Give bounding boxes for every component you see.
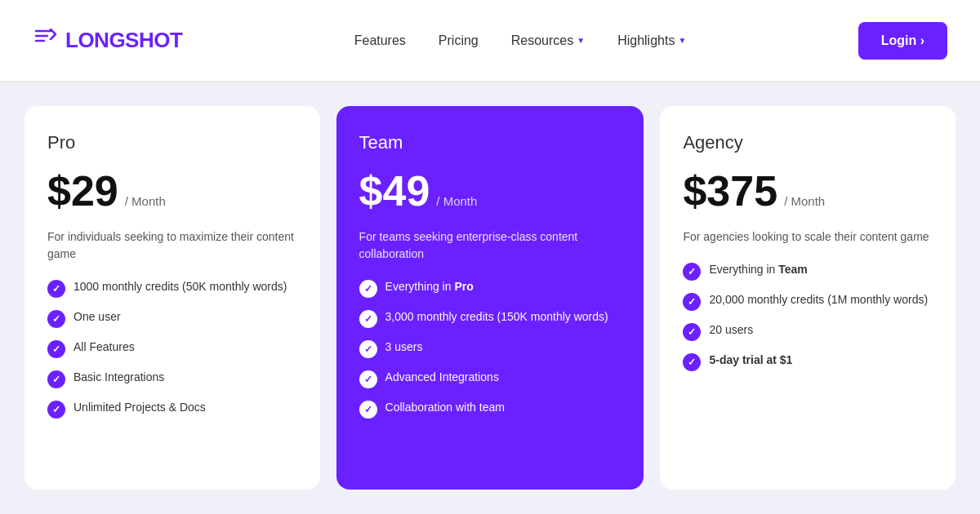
- agency-feature-text-1: Everything in Team: [709, 262, 807, 278]
- agency-features-list: Everything in Team 20,000 monthly credit…: [683, 262, 933, 371]
- highlights-dropdown-arrow: ▼: [678, 36, 686, 45]
- check-icon: [683, 293, 701, 311]
- team-price-amount: $49: [359, 166, 430, 215]
- check-icon: [359, 310, 377, 328]
- pro-feature-2: One user: [47, 309, 297, 328]
- pro-feature-text-1: 1000 monthly credits (50K monthly words): [74, 279, 287, 295]
- check-icon: [683, 323, 701, 341]
- team-feature-text-1: Everything in Pro: [385, 279, 474, 295]
- main-nav: Features Pricing Resources ▼ Highlights …: [354, 33, 687, 48]
- team-feature-5: Collaboration with team: [359, 400, 621, 419]
- check-icon: [359, 280, 377, 298]
- team-feature-text-3: 3 users: [385, 339, 423, 356]
- check-icon: [47, 340, 65, 358]
- check-icon: [47, 280, 65, 298]
- team-feature-2: 3,000 monthly credits (150K monthly word…: [359, 309, 621, 328]
- agency-card-name: Agency: [683, 132, 933, 153]
- team-card-name: Team: [359, 132, 621, 153]
- agency-price-amount: $375: [683, 166, 777, 215]
- check-icon: [359, 340, 377, 358]
- header: LONGSHOT Features Pricing Resources ▼ Hi…: [0, 0, 980, 82]
- check-icon: [47, 370, 65, 388]
- pro-price-amount: $29: [47, 166, 118, 215]
- agency-feature-1: Everything in Team: [683, 262, 933, 281]
- nav-pricing[interactable]: Pricing: [439, 33, 479, 48]
- team-price-row: $49 / Month: [359, 166, 621, 215]
- team-features-list: Everything in Pro 3,000 monthly credits …: [359, 279, 621, 419]
- header-right: Login ›: [858, 22, 947, 60]
- agency-feature-text-4: 5-day trial at $1: [709, 352, 792, 369]
- pricing-section: Pro $29 / Month For individuals seeking …: [0, 82, 980, 514]
- pro-card-name: Pro: [47, 132, 297, 153]
- check-icon: [359, 370, 377, 388]
- pro-feature-4: Basic Integrations: [47, 370, 297, 388]
- check-icon: [47, 310, 65, 328]
- pro-card: Pro $29 / Month For individuals seeking …: [24, 106, 320, 490]
- logo-icon: [33, 24, 59, 56]
- agency-feature-text-3: 20 users: [709, 322, 753, 339]
- pro-price-period: / Month: [125, 194, 166, 208]
- check-icon: [47, 401, 65, 419]
- login-button[interactable]: Login ›: [858, 22, 947, 60]
- pro-feature-3: All Features: [47, 339, 297, 358]
- pro-features-list: 1000 monthly credits (50K monthly words)…: [47, 279, 297, 419]
- check-icon: [683, 353, 701, 371]
- team-price-period: / Month: [436, 194, 477, 208]
- team-feature-1: Everything in Pro: [359, 279, 621, 298]
- pro-feature-text-5: Unlimited Projects & Docs: [74, 400, 206, 416]
- nav-resources[interactable]: Resources ▼: [511, 33, 585, 48]
- agency-feature-text-2: 20,000 monthly credits (1M monthly words…: [709, 292, 928, 308]
- agency-card: Agency $375 / Month For agencies looking…: [660, 106, 956, 490]
- nav-highlights[interactable]: Highlights ▼: [617, 33, 686, 48]
- pro-price-row: $29 / Month: [47, 166, 297, 215]
- logo-text: LONGSHOT: [65, 28, 182, 53]
- team-feature-3: 3 users: [359, 339, 621, 358]
- agency-feature-3: 20 users: [683, 322, 933, 341]
- pro-feature-5: Unlimited Projects & Docs: [47, 400, 297, 419]
- agency-price-row: $375 / Month: [683, 166, 933, 215]
- team-feature-text-5: Collaboration with team: [385, 400, 505, 416]
- team-feature-text-2: 3,000 monthly credits (150K monthly word…: [385, 309, 608, 326]
- pro-feature-1: 1000 monthly credits (50K monthly words): [47, 279, 297, 298]
- team-description: For teams seeking enterprise-class conte…: [359, 228, 621, 263]
- team-card: Team $49 / Month For teams seeking enter…: [336, 106, 644, 490]
- team-feature-4: Advanced Integrations: [359, 370, 621, 388]
- check-icon: [683, 263, 701, 281]
- agency-feature-4: 5-day trial at $1: [683, 352, 933, 371]
- pro-feature-text-2: One user: [74, 309, 121, 326]
- agency-price-period: / Month: [784, 194, 825, 208]
- agency-description: For agencies looking to scale their cont…: [683, 228, 933, 246]
- check-icon: [359, 401, 377, 419]
- logo[interactable]: LONGSHOT: [33, 24, 182, 56]
- team-feature-text-4: Advanced Integrations: [385, 370, 499, 386]
- pro-feature-text-3: All Features: [74, 339, 135, 356]
- agency-feature-2: 20,000 monthly credits (1M monthly words…: [683, 292, 933, 311]
- nav-features[interactable]: Features: [354, 33, 406, 48]
- pro-description: For individuals seeking to maximize thei…: [47, 228, 297, 263]
- resources-dropdown-arrow: ▼: [577, 36, 585, 45]
- pro-feature-text-4: Basic Integrations: [74, 370, 164, 386]
